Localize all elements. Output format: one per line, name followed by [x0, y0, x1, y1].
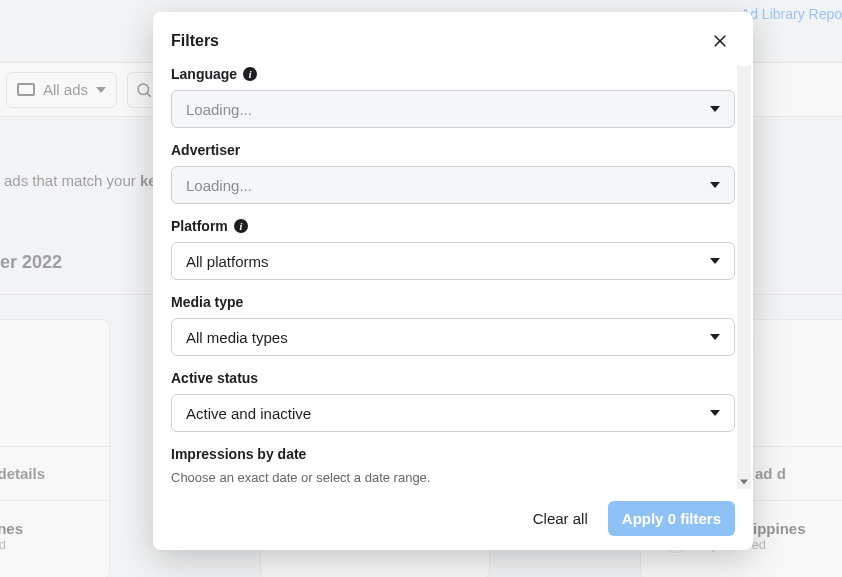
select-value: All media types: [186, 329, 288, 346]
modal-footer: Clear all Apply 0 filters: [153, 489, 753, 550]
select-value: All platforms: [186, 253, 269, 270]
filter-label: Platform i: [171, 218, 735, 234]
scrollbar[interactable]: [737, 66, 751, 489]
filter-label: Active status: [171, 370, 735, 386]
chevron-down-icon: [710, 258, 720, 264]
active-status-select[interactable]: Active and inactive: [171, 394, 735, 432]
filter-label: Media type: [171, 294, 735, 310]
page-root: Ad Library Repo All ads ads that match y…: [0, 0, 842, 577]
media-type-select[interactable]: All media types: [171, 318, 735, 356]
filter-group-impressions: Impressions by date Choose an exact date…: [171, 446, 735, 485]
info-icon[interactable]: i: [234, 219, 248, 233]
filter-label: Impressions by date: [171, 446, 735, 462]
chevron-down-icon: [710, 182, 720, 188]
filter-label: Language i: [171, 66, 735, 82]
filter-hint: Choose an exact date or select a date ra…: [171, 470, 735, 485]
chevron-down-icon: [710, 410, 720, 416]
select-value: Loading...: [186, 177, 252, 194]
chevron-down-icon: [710, 334, 720, 340]
modal-title: Filters: [171, 32, 219, 50]
filter-group-active-status: Active status Active and inactive: [171, 370, 735, 432]
filter-label: Advertiser: [171, 142, 735, 158]
apply-filters-button[interactable]: Apply 0 filters: [608, 501, 735, 536]
scrollbar-track[interactable]: [737, 66, 751, 480]
filter-group-language: Language i Loading...: [171, 66, 735, 128]
language-select[interactable]: Loading...: [171, 90, 735, 128]
close-icon: [711, 32, 729, 50]
select-value: Active and inactive: [186, 405, 311, 422]
chevron-down-icon: [710, 106, 720, 112]
advertiser-select[interactable]: Loading...: [171, 166, 735, 204]
modal-body: Language i Loading... Advertiser Loading…: [153, 66, 753, 489]
clear-all-button[interactable]: Clear all: [533, 510, 588, 527]
platform-select[interactable]: All platforms: [171, 242, 735, 280]
filter-group-advertiser: Advertiser Loading...: [171, 142, 735, 204]
filter-group-platform: Platform i All platforms: [171, 218, 735, 280]
scrollbar-down-button[interactable]: [737, 475, 751, 489]
close-button[interactable]: [705, 26, 735, 56]
filter-group-media: Media type All media types: [171, 294, 735, 356]
info-icon[interactable]: i: [243, 67, 257, 81]
modal-header: Filters: [153, 12, 753, 66]
chevron-down-icon: [740, 478, 748, 486]
svg-marker-7: [740, 480, 748, 485]
select-value: Loading...: [186, 101, 252, 118]
filters-modal: Filters Language i Loading...: [153, 12, 753, 550]
